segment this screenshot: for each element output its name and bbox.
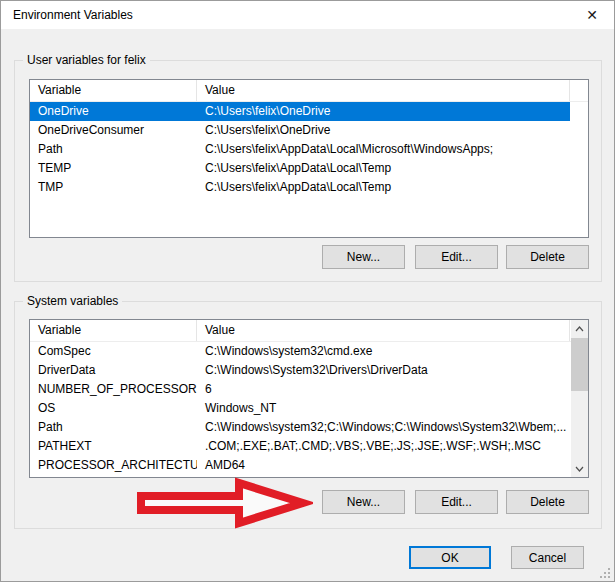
system-variables-group-label: System variables <box>23 294 122 308</box>
window-title: Environment Variables <box>13 8 133 22</box>
user-delete-button[interactable]: Delete <box>506 245 589 269</box>
ok-button[interactable]: OK <box>409 546 491 569</box>
cell-value: AMD64 <box>197 456 571 475</box>
scroll-down-button[interactable] <box>571 460 588 477</box>
table-row[interactable]: NUMBER_OF_PROCESSORS 6 <box>30 380 571 399</box>
close-icon: ✕ <box>586 7 598 23</box>
table-row[interactable]: ComSpec C:\Windows\system32\cmd.exe <box>30 342 571 361</box>
cell-value: C:\Users\felix\OneDrive <box>197 102 570 121</box>
cell-value: Windows_NT <box>197 399 571 418</box>
cell-variable: Path <box>30 140 197 159</box>
table-row[interactable]: PROCESSOR_ARCHITECTURE AMD64 <box>30 456 571 475</box>
cell-value: C:\Windows\system32;C:\Windows;C:\Window… <box>197 418 571 437</box>
scrollbar-thumb[interactable] <box>571 338 588 391</box>
user-column-header-variable[interactable]: Variable <box>30 80 197 101</box>
system-column-header-value[interactable]: Value <box>197 320 570 341</box>
cell-variable: TEMP <box>30 159 197 178</box>
cell-variable: OneDriveConsumer <box>30 121 197 140</box>
user-new-button[interactable]: New... <box>322 245 405 269</box>
cell-variable: ComSpec <box>30 342 197 361</box>
table-row[interactable]: Path C:\Users\felix\AppData\Local\Micros… <box>30 140 570 159</box>
cell-variable: OneDrive <box>30 102 197 121</box>
cell-value: 6 <box>197 380 571 399</box>
system-delete-button[interactable]: Delete <box>506 490 589 514</box>
resize-grip[interactable] <box>598 566 611 579</box>
close-button[interactable]: ✕ <box>572 1 612 29</box>
user-edit-button[interactable]: Edit... <box>415 245 498 269</box>
scroll-up-button[interactable] <box>571 320 588 337</box>
system-table-header: Variable Value <box>30 320 588 342</box>
table-row[interactable]: PATHEXT .COM;.EXE;.BAT;.CMD;.VBS;.VBE;.J… <box>30 437 571 456</box>
cell-variable: PATHEXT <box>30 437 197 456</box>
table-row[interactable]: Path C:\Windows\system32;C:\Windows;C:\W… <box>30 418 571 437</box>
cell-variable: TMP <box>30 178 197 197</box>
user-variables-table[interactable]: Variable Value OneDrive C:\Users\felix\O… <box>29 79 589 238</box>
system-variables-table[interactable]: Variable Value ComSpec C:\Windows\system… <box>29 319 589 478</box>
table-row[interactable]: OneDriveConsumer C:\Users\felix\OneDrive <box>30 121 570 140</box>
chevron-down-icon <box>575 466 584 472</box>
environment-variables-dialog: Environment Variables ✕ User variables f… <box>0 0 615 582</box>
user-variables-group-label: User variables for felix <box>23 53 150 67</box>
system-column-header-variable[interactable]: Variable <box>30 320 197 341</box>
cell-variable: DriverData <box>30 361 197 380</box>
table-row[interactable]: TEMP C:\Users\felix\AppData\Local\Temp <box>30 159 570 178</box>
system-new-button[interactable]: New... <box>322 490 405 514</box>
cell-value: C:\Windows\System32\Drivers\DriverData <box>197 361 571 380</box>
cell-value: C:\Users\felix\AppData\Local\Microsoft\W… <box>197 140 570 159</box>
table-row[interactable]: OneDrive C:\Users\felix\OneDrive <box>30 102 570 121</box>
user-column-header-value[interactable]: Value <box>197 80 570 101</box>
cell-variable: NUMBER_OF_PROCESSORS <box>30 380 197 399</box>
vertical-scrollbar[interactable] <box>571 320 588 477</box>
table-row[interactable]: DriverData C:\Windows\System32\Drivers\D… <box>30 361 571 380</box>
cell-variable: OS <box>30 399 197 418</box>
window-titlebar[interactable]: Environment Variables ✕ <box>1 1 614 29</box>
table-row[interactable]: OS Windows_NT <box>30 399 571 418</box>
cell-value: C:\Users\felix\AppData\Local\Temp <box>197 178 570 197</box>
cell-value: C:\Windows\system32\cmd.exe <box>197 342 571 361</box>
cell-value: C:\Users\felix\OneDrive <box>197 121 570 140</box>
user-table-header: Variable Value <box>30 80 588 102</box>
cell-variable: Path <box>30 418 197 437</box>
cell-variable: PROCESSOR_ARCHITECTURE <box>30 456 197 475</box>
cell-value: .COM;.EXE;.BAT;.CMD;.VBS;.VBE;.JS;.JSE;.… <box>197 437 571 456</box>
cell-value: C:\Users\felix\AppData\Local\Temp <box>197 159 570 178</box>
system-edit-button[interactable]: Edit... <box>415 490 498 514</box>
cancel-button[interactable]: Cancel <box>511 546 584 569</box>
table-row[interactable]: TMP C:\Users\felix\AppData\Local\Temp <box>30 178 570 197</box>
chevron-up-icon <box>575 326 584 332</box>
